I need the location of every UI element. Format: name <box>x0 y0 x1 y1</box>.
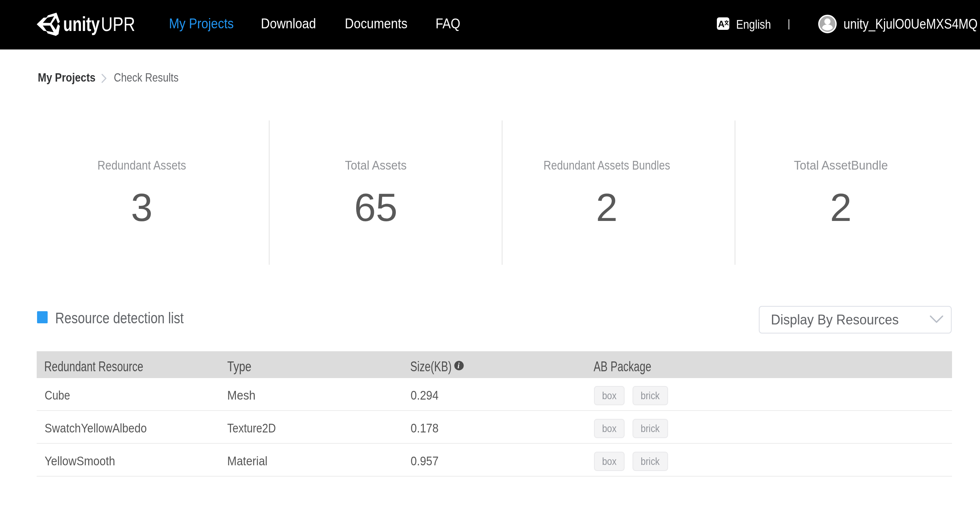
svg-text:i: i <box>458 362 460 370</box>
svg-text:A: A <box>718 19 724 29</box>
